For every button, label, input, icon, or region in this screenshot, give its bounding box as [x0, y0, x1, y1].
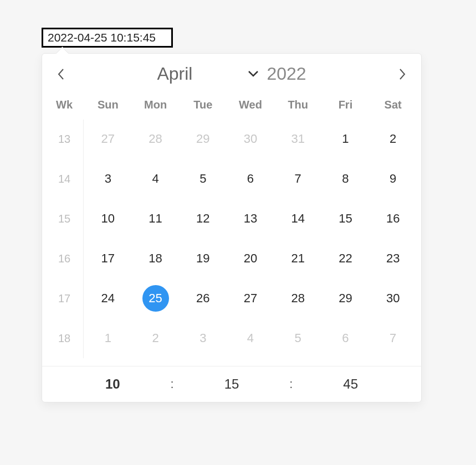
datetime-picker-popup: April 2022 WkSunMonTueWedThuFriSat132728…	[42, 53, 422, 402]
calendar-day[interactable]: 16	[369, 199, 417, 239]
calendar-day[interactable]: 10	[84, 199, 132, 239]
calendar-day[interactable]: 30	[227, 119, 274, 159]
calendar-day[interactable]: 27	[227, 278, 274, 318]
chevron-left-icon	[57, 68, 65, 80]
calendar-day[interactable]: 23	[369, 239, 417, 278]
calendar-day[interactable]: 4	[227, 318, 274, 358]
calendar-day[interactable]: 29	[322, 278, 370, 318]
next-month-button[interactable]	[392, 64, 412, 84]
calendar-day[interactable]: 20	[227, 239, 274, 278]
time-picker-row: 10 : 15 : 45	[42, 366, 421, 402]
calendar-day[interactable]: 5	[274, 318, 322, 358]
month-label: April	[157, 64, 192, 84]
calendar-day[interactable]: 26	[179, 278, 227, 318]
calendar-day[interactable]: 4	[132, 159, 180, 199]
chevron-down-icon	[248, 69, 259, 79]
week-number: 17	[44, 278, 84, 318]
weekday-header: Thu	[274, 93, 322, 119]
calendar-day[interactable]: 29	[179, 119, 227, 159]
week-number: 18	[44, 318, 84, 358]
hour-picker[interactable]: 10	[64, 376, 161, 392]
calendar-day[interactable]: 31	[274, 119, 322, 159]
calendar-day[interactable]: 8	[322, 159, 370, 199]
chevron-right-icon	[398, 68, 406, 80]
weekday-header: Fri	[322, 93, 370, 119]
calendar-day[interactable]: 22	[322, 239, 370, 278]
calendar-day[interactable]: 14	[274, 199, 322, 239]
calendar-day[interactable]: 19	[179, 239, 227, 278]
calendar-day[interactable]: 1	[84, 318, 132, 358]
weekday-header: Sun	[84, 93, 132, 119]
calendar-day[interactable]: 28	[132, 119, 180, 159]
calendar-day[interactable]: 2	[132, 318, 180, 358]
calendar-day[interactable]: 6	[322, 318, 370, 358]
calendar-header: April 2022	[42, 54, 421, 87]
week-number: 13	[44, 119, 84, 159]
week-header: Wk	[44, 93, 84, 119]
calendar-day[interactable]: 2	[369, 119, 417, 159]
minute-picker[interactable]: 15	[183, 376, 280, 392]
calendar-day[interactable]: 18	[132, 239, 180, 278]
calendar-day[interactable]: 21	[274, 239, 322, 278]
month-select[interactable]: April	[157, 64, 259, 84]
time-separator: :	[161, 377, 183, 391]
week-number: 14	[44, 159, 84, 199]
calendar-day[interactable]: 1	[322, 119, 370, 159]
weekday-header: Wed	[227, 93, 274, 119]
calendar-day[interactable]: 3	[179, 318, 227, 358]
weekday-header: Tue	[179, 93, 227, 119]
calendar-day[interactable]: 5	[179, 159, 227, 199]
calendar-day[interactable]: 24	[84, 278, 132, 318]
second-picker[interactable]: 45	[302, 376, 399, 392]
weekday-header: Sat	[369, 93, 417, 119]
calendar-day[interactable]: 30	[369, 278, 417, 318]
calendar-day[interactable]: 27	[84, 119, 132, 159]
calendar-day[interactable]: 17	[84, 239, 132, 278]
year-select[interactable]: 2022	[267, 64, 306, 84]
calendar-grid: WkSunMonTueWedThuFriSat13272829303112143…	[42, 87, 421, 366]
week-number: 15	[44, 199, 84, 239]
calendar-day[interactable]: 3	[84, 159, 132, 199]
weekday-header: Mon	[132, 93, 180, 119]
calendar-day[interactable]: 7	[369, 318, 417, 358]
datetime-input[interactable]	[42, 28, 173, 48]
calendar-day[interactable]: 7	[274, 159, 322, 199]
calendar-day[interactable]: 12	[179, 199, 227, 239]
calendar-day[interactable]: 11	[132, 199, 180, 239]
time-separator: :	[280, 377, 302, 391]
calendar-day[interactable]: 15	[322, 199, 370, 239]
prev-month-button[interactable]	[51, 64, 71, 84]
calendar-day[interactable]: 25	[132, 278, 180, 318]
calendar-day[interactable]: 28	[274, 278, 322, 318]
week-number: 16	[44, 239, 84, 278]
calendar-day[interactable]: 6	[227, 159, 274, 199]
calendar-day[interactable]: 13	[227, 199, 274, 239]
calendar-day[interactable]: 9	[369, 159, 417, 199]
